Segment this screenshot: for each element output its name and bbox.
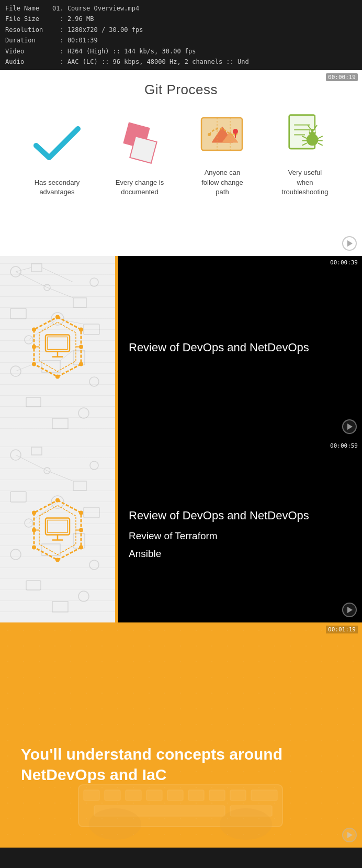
svg-point-97 — [32, 511, 36, 515]
diamonds-icon — [111, 118, 168, 171]
git-item-secondary: Has secondaryadvantages — [20, 118, 94, 197]
git-item-troubleshooting: Very usefulwhentroubleshooting — [268, 108, 342, 197]
label-filename: File Name — [5, 3, 52, 14]
timestamp-frame2: 00:00:39 — [330, 259, 358, 266]
git-label-documented: Every change isdocumented — [116, 178, 164, 197]
svg-point-63 — [79, 328, 83, 332]
svg-point-64 — [32, 362, 36, 366]
svg-marker-53 — [39, 322, 76, 372]
value-resolution: : 1280x720 / 30.00 fps — [52, 25, 143, 35]
label-duration: Duration — [5, 35, 52, 46]
svg-point-98 — [79, 511, 83, 515]
value-audio: : AAC (LC) :: 96 kbps, 48000 Hz, 2 chann… — [52, 57, 249, 67]
svg-point-18 — [310, 130, 312, 132]
play-triangle-icon-2 — [347, 424, 353, 430]
hex-computer-icon-1 — [24, 313, 92, 383]
svg-rect-89 — [46, 518, 70, 535]
svg-rect-104 — [84, 790, 99, 800]
svg-rect-106 — [126, 790, 141, 800]
svg-point-48 — [78, 408, 89, 418]
timestamp-frame3: 00:00:59 — [330, 442, 358, 449]
value-filesize: : 2.96 MB — [52, 14, 94, 24]
svg-point-99 — [32, 546, 36, 550]
file-info-row-audio: Audio : AAC (LC) :: 96 kbps, 48000 Hz, 2… — [5, 57, 357, 67]
devops-review-item-2: Review of Terraform — [129, 530, 352, 542]
svg-point-17 — [309, 129, 316, 136]
golden-text-content: You'll understand concepts around NetDev… — [21, 745, 282, 783]
svg-point-80 — [10, 549, 21, 560]
git-label-secondary: Has secondaryadvantages — [35, 178, 80, 197]
svg-line-27 — [319, 143, 323, 145]
checkmark-icon — [28, 118, 86, 171]
svg-point-19 — [313, 130, 315, 132]
frame-git-process: 00:00:19 Git Process Has secondaryadvant… — [0, 70, 362, 256]
value-duration: : 00:01:39 — [52, 35, 98, 46]
svg-point-85 — [78, 591, 89, 602]
play-button-frame1[interactable] — [342, 236, 357, 251]
svg-marker-52 — [34, 317, 81, 377]
svg-point-69 — [90, 461, 98, 470]
svg-rect-54 — [46, 335, 70, 352]
bug-document-icon — [276, 108, 334, 161]
devops-review-item-1: Review of DevOps and NetDevOps — [129, 508, 352, 524]
svg-rect-84 — [26, 581, 41, 590]
svg-rect-111 — [230, 790, 246, 800]
play-button-frame3[interactable] — [342, 603, 357, 617]
devops-review-item-3: Ansible — [129, 548, 352, 560]
frame-right-content-1: 00:00:39 Review of DevOps and NetDevOps — [118, 256, 362, 439]
svg-rect-31 — [73, 298, 86, 307]
svg-rect-30 — [31, 264, 42, 272]
git-label-change-path: Anyone canfollow changepath — [201, 168, 243, 197]
timestamp-frame4: 00:01:19 — [326, 626, 358, 633]
svg-rect-108 — [167, 790, 183, 800]
svg-line-34 — [47, 287, 73, 298]
svg-rect-49 — [52, 418, 68, 429]
golden-main-text: You'll understand concepts around NetDev… — [21, 744, 341, 785]
map-icon — [194, 108, 251, 161]
svg-point-95 — [55, 498, 60, 503]
frame-devops-review-1: 00:00:39 Review of DevOps and NetDevOps — [0, 256, 362, 439]
git-item-change-path: Anyone canfollow changepath — [186, 108, 259, 197]
label-resolution: Resolution — [5, 25, 52, 35]
label-audio: Audio — [5, 57, 52, 67]
file-info-row-size: File Size : 2.96 MB — [5, 14, 357, 24]
git-process-title: Git Process — [0, 70, 362, 98]
label-video: Video — [5, 46, 52, 57]
svg-line-35 — [16, 268, 31, 272]
play-triangle-icon-4 — [347, 832, 353, 838]
svg-rect-70 — [31, 447, 42, 455]
play-button-frame2[interactable] — [342, 419, 357, 434]
devops-review-title-1: Review of DevOps and NetDevOps — [129, 340, 352, 356]
file-info-row-resolution: Resolution : 1280x720 / 30.00 fps — [5, 25, 357, 35]
frame-left-pattern-1 — [0, 256, 115, 439]
svg-rect-90 — [48, 520, 67, 533]
svg-point-61 — [55, 375, 60, 379]
svg-point-62 — [32, 328, 36, 332]
svg-point-7 — [233, 129, 238, 134]
svg-rect-55 — [48, 337, 67, 350]
svg-rect-86 — [52, 602, 68, 612]
value-video: : H264 (High) :: 144 kb/s, 30.00 fps — [52, 46, 196, 57]
value-filename: 01. Course Overview.mp4 — [52, 3, 139, 14]
svg-rect-110 — [209, 790, 225, 800]
svg-marker-88 — [39, 506, 76, 555]
svg-rect-47 — [26, 397, 41, 407]
svg-line-74 — [47, 471, 73, 481]
svg-line-25 — [319, 136, 323, 138]
svg-point-116 — [220, 808, 272, 840]
file-info-section: File Name 01. Course Overview.mp4 File S… — [0, 0, 362, 70]
svg-marker-87 — [34, 500, 81, 560]
svg-point-100 — [79, 546, 83, 550]
frame-golden-netdevops: 00:01:19 You'll understand concepts arou… — [0, 622, 362, 848]
svg-rect-105 — [105, 790, 120, 800]
git-item-documented: Every change isdocumented — [103, 118, 176, 197]
timestamp-frame1: 00:00:19 — [326, 73, 358, 81]
svg-point-65 — [79, 362, 83, 366]
file-info-row-video: Video : H264 (High) :: 144 kb/s, 30.00 f… — [5, 46, 357, 57]
svg-point-115 — [89, 808, 141, 840]
svg-rect-71 — [73, 481, 86, 491]
play-triangle-icon-3 — [347, 607, 353, 613]
file-info-row-duration: Duration : 00:01:39 — [5, 35, 357, 46]
svg-line-36 — [42, 268, 73, 282]
file-info-row-name: File Name 01. Course Overview.mp4 — [5, 3, 357, 14]
